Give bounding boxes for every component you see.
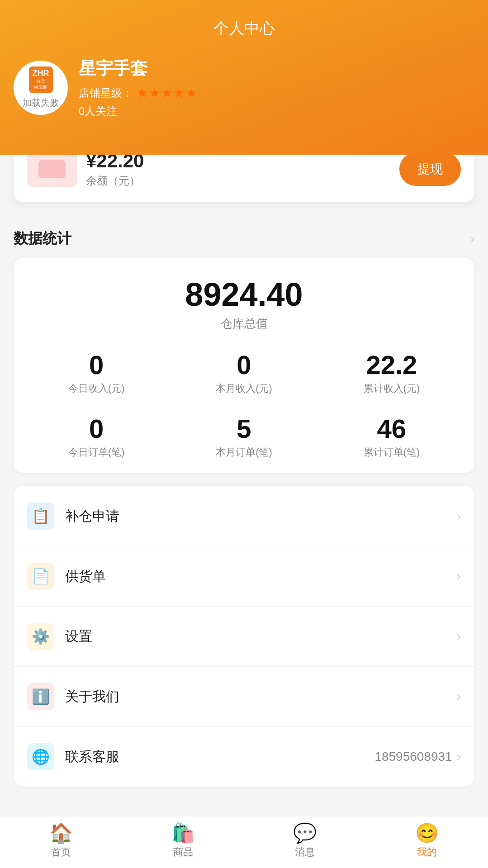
stat-value-4: 5 [175, 413, 313, 444]
menu-icon-service: 🌐 [27, 743, 54, 770]
stat-value-3: 0 [27, 413, 166, 444]
menu-chevron-replenish: › [457, 509, 461, 523]
stat-value-2: 22.2 [322, 350, 461, 380]
stat-value-5: 46 [322, 413, 461, 444]
stat-value-0: 0 [27, 350, 166, 380]
menu-item-supply[interactable]: 📄 供货单 › [14, 546, 474, 607]
menu-label-supply: 供货单 [65, 567, 457, 586]
tab-item-mine[interactable]: 😊 我的 [393, 824, 461, 859]
stat-label-5: 累计订单(笔) [322, 446, 461, 459]
stats-grid: 0 今日收入(元) 0 本月收入(元) 22.2 累计收入(元) 0 今日订单(… [27, 350, 461, 459]
tab-label-products: 商品 [173, 845, 193, 859]
withdraw-button[interactable]: 提现 [399, 152, 461, 186]
avatar-logo-text: ZHR [33, 69, 49, 78]
tab-label-messages: 消息 [295, 845, 315, 859]
tab-label-home: 首页 [51, 845, 71, 859]
menu-item-about[interactable]: ℹ️ 关于我们 › [14, 667, 474, 727]
tab-item-messages[interactable]: 💬 消息 [271, 824, 339, 859]
menu-item-service[interactable]: 🌐 联系客服 18595608931 › [14, 727, 474, 787]
avatar-logo-sub: 百货 [33, 78, 49, 84]
menu-icon-symbol-replenish: 📋 [32, 508, 50, 525]
stars-container: ★ ★ ★ ★ ★ [137, 85, 197, 100]
menu-item-settings[interactable]: ⚙️ 设置 › [14, 607, 474, 667]
shop-followers: 0人关注 [79, 104, 197, 119]
balance-icon-inner [38, 160, 66, 178]
menu-chevron-settings: › [457, 629, 461, 644]
stat-item-3: 0 今日订单(笔) [27, 413, 166, 459]
stat-label-3: 今日订单(笔) [27, 446, 166, 459]
balance-label: 余额（元） [86, 174, 390, 188]
stat-item-5: 46 累计订单(笔) [322, 413, 461, 459]
menu-chevron-supply: › [457, 569, 461, 583]
menu-icon-symbol-about: ℹ️ [32, 688, 50, 705]
menu-chevron-about: › [457, 689, 461, 704]
stat-label-4: 本月订单(笔) [175, 446, 313, 459]
tab-item-home[interactable]: 🏠 首页 [27, 824, 95, 859]
menu-icon-settings: ⚙️ [27, 623, 54, 650]
shop-info: 星宇手套 店铺星级： ★ ★ ★ ★ ★ 0人关注 [79, 57, 197, 119]
balance-info: ¥22.20 余额（元） [86, 150, 390, 188]
profile-row: ZHR 百货 供应商 加载失败 星宇手套 店铺星级： ★ ★ ★ ★ ★ [14, 57, 474, 119]
stat-item-4: 5 本月订单(笔) [175, 413, 313, 459]
menu-label-settings: 设置 [65, 627, 457, 646]
tab-item-products[interactable]: 🛍️ 商品 [149, 824, 217, 859]
stats-chevron-right: › [470, 232, 474, 246]
stat-item-0: 0 今日收入(元) [27, 350, 166, 395]
stat-label-0: 今日收入(元) [27, 382, 166, 395]
tab-icon-mine: 😊 [415, 824, 439, 843]
star-2: ★ [149, 85, 160, 100]
balance-icon [27, 151, 77, 187]
stat-label-1: 本月收入(元) [175, 382, 313, 395]
menu-label-service: 联系客服 [65, 748, 374, 766]
menu-item-replenish[interactable]: 📋 补仓申请 › [14, 486, 474, 546]
menu-icon-replenish: 📋 [27, 503, 54, 530]
stats-section-title: 数据统计 [14, 229, 71, 249]
avatar-fail-text: 加载失败 [23, 97, 59, 109]
menu-label-about: 关于我们 [65, 688, 457, 706]
stat-label-2: 累计收入(元) [322, 382, 461, 395]
menu-chevron-service: › [457, 749, 461, 764]
warehouse-number: 8924.40 [27, 276, 461, 313]
shop-stars-row: 店铺星级： ★ ★ ★ ★ ★ [79, 85, 197, 100]
tab-icon-home: 🏠 [49, 824, 73, 843]
stat-item-2: 22.2 累计收入(元) [322, 350, 461, 395]
menu-label-replenish: 补仓申请 [65, 507, 457, 526]
menu-icon-about: ℹ️ [27, 683, 54, 710]
avatar-logo-box: ZHR 百货 供应商 [29, 66, 53, 94]
tab-icon-messages: 💬 [293, 824, 317, 843]
warehouse-label: 仓库总值 [27, 316, 461, 332]
stats-card: 8924.40 仓库总值 0 今日收入(元) 0 本月收入(元) 22.2 累计… [14, 258, 474, 473]
stat-value-1: 0 [175, 350, 313, 380]
menu-icon-symbol-service: 🌐 [32, 748, 50, 765]
stars-label: 店铺星级： [79, 86, 133, 100]
stats-section-header[interactable]: 数据统计 › [0, 215, 488, 258]
menu-list: 📋 补仓申请 › 📄 供货单 › ⚙️ 设置 › ℹ️ 关于我们 › [14, 486, 474, 787]
page-title: 个人中心 [14, 18, 474, 39]
tab-bar: 🏠 首页 🛍️ 商品 💬 消息 😊 我的 [0, 816, 488, 868]
shop-name: 星宇手套 [79, 57, 197, 80]
star-1: ★ [137, 85, 148, 100]
tab-label-mine: 我的 [417, 845, 437, 859]
menu-icon-symbol-settings: ⚙️ [32, 628, 50, 645]
menu-icon-supply: 📄 [27, 563, 54, 590]
menu-value-service: 18595608931 [374, 749, 452, 764]
warehouse-value-section: 8924.40 仓库总值 [27, 276, 461, 332]
star-3: ★ [161, 85, 172, 100]
stat-item-1: 0 本月收入(元) [175, 350, 313, 395]
star-4: ★ [173, 85, 185, 100]
tab-icon-products: 🛍️ [171, 824, 195, 843]
header-section: 个人中心 ZHR 百货 供应商 加载失败 星宇手套 店铺星级： ★ ★ ★ [0, 0, 488, 155]
avatar-logo-sub2: 供应商 [33, 84, 49, 90]
avatar: ZHR 百货 供应商 加载失败 [14, 61, 68, 115]
star-5: ★ [185, 85, 197, 100]
menu-icon-symbol-supply: 📄 [32, 568, 50, 585]
